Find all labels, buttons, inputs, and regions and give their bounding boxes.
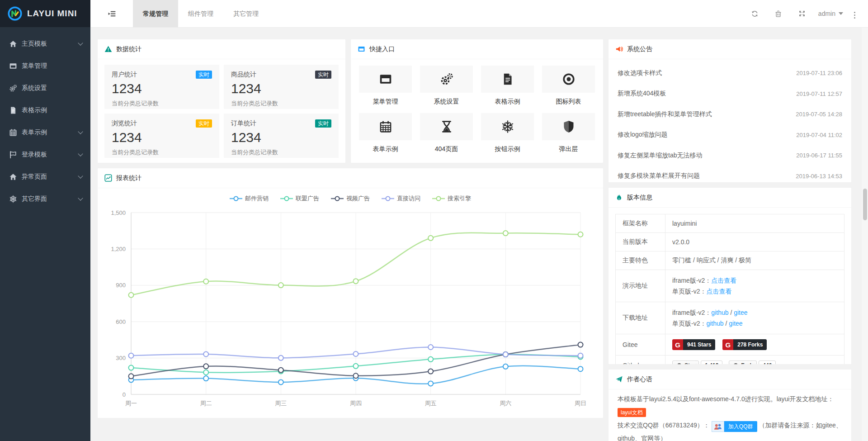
- legend-label: 直接访问: [397, 194, 420, 203]
- refresh-button[interactable]: [743, 10, 767, 18]
- sidebar-item-label: 系统设置: [22, 84, 82, 92]
- legend-item[interactable]: 直接访问: [382, 194, 420, 203]
- download-github-link[interactable]: github: [711, 309, 728, 316]
- layui-doc-link[interactable]: layui文档: [618, 408, 646, 417]
- quick-item-404-page[interactable]: 404页面: [420, 113, 473, 153]
- panel-header: 作者心语: [609, 370, 851, 389]
- data-point: [503, 364, 508, 369]
- hourglass-icon: [440, 120, 453, 133]
- link-separator: /: [729, 309, 734, 316]
- chevron-down-icon: [839, 12, 843, 15]
- gitee-forks-badge[interactable]: G 278 Forks: [722, 339, 767, 350]
- user-menu[interactable]: admin: [818, 10, 843, 17]
- github-fork-button[interactable]: Fork: [729, 360, 757, 365]
- panel-title: 系统公告: [627, 45, 652, 53]
- notice-item[interactable]: 修改选项卡样式 2019-07-11 23:06: [618, 63, 842, 84]
- quick-item-form-examples[interactable]: 表单示例: [359, 113, 412, 153]
- sidebar-item-label: 登录模板: [22, 151, 79, 159]
- download-gitee-link[interactable]: gitee: [729, 320, 742, 327]
- join-qq-group-button[interactable]: 加入QQ群: [712, 421, 757, 432]
- legend-label: 邮件营销: [245, 194, 269, 203]
- demo-spa-link[interactable]: 点击查看: [706, 288, 731, 295]
- legend-marker-icon: [331, 196, 344, 201]
- data-point: [578, 366, 583, 371]
- stat-card-users[interactable]: 用户统计 实时 1234 当前分类总记录数: [104, 65, 219, 109]
- quick-item-table-examples[interactable]: 表格示例: [481, 66, 534, 106]
- quick-item-icon-list[interactable]: 图标列表: [542, 66, 595, 106]
- line-chart-svg[interactable]: 03006009001,2001,500周一周二周三周四周五周六周日: [103, 205, 595, 418]
- sidebar-item-table-examples[interactable]: 表格示例: [0, 99, 90, 121]
- download-gitee-link[interactable]: gitee: [734, 309, 747, 316]
- clear-cache-button[interactable]: [767, 10, 790, 18]
- sidebar-item-system-settings[interactable]: 系统设置: [0, 77, 90, 99]
- collapse-sidebar-button[interactable]: [90, 0, 133, 27]
- data-point: [129, 374, 134, 379]
- tab-other-management[interactable]: 其它管理: [223, 0, 269, 27]
- panel-data-statistics: 数据统计 用户统计 实时 1234 当前分类总记录数 商品统计: [97, 39, 346, 163]
- tab-component-management[interactable]: 组件管理: [178, 0, 223, 27]
- file-text-icon: [9, 106, 17, 114]
- data-point: [428, 345, 433, 350]
- quick-item-button-examples[interactable]: 按钮示例: [481, 113, 534, 153]
- sidebar-item-label: 其它界面: [22, 195, 79, 203]
- svg-text:周五: 周五: [425, 400, 437, 407]
- row-label: 演示地址: [616, 270, 665, 302]
- vertical-scrollbar[interactable]: [862, 28, 868, 441]
- notice-time: 2019-07-11 23:06: [796, 70, 842, 76]
- github-star-button[interactable]: Star: [672, 360, 699, 365]
- download-github-link[interactable]: github: [706, 320, 723, 327]
- legend-item[interactable]: 邮件营销: [230, 194, 269, 203]
- chevron-down-icon: [78, 173, 83, 178]
- data-point: [354, 364, 359, 369]
- fullscreen-button[interactable]: [790, 10, 814, 17]
- github-star-count[interactable]: 1,419: [701, 360, 722, 365]
- notice-time: 2019-06-13 14:53: [796, 173, 842, 180]
- main-content: 数据统计 用户统计 实时 1234 当前分类总记录数 商品统计: [90, 28, 868, 441]
- notice-time: 2019-06-17 11:55: [796, 152, 842, 159]
- sidebar-item-login-templates[interactable]: 登录模板: [0, 143, 90, 166]
- sidebar-item-error-pages[interactable]: 异常页面: [0, 166, 90, 188]
- chevron-down-icon: [78, 129, 83, 134]
- gitee-stars-count: 941 Stars: [683, 339, 715, 350]
- panel-system-notice: 系统公告 修改选项卡样式 2019-07-11 23:06 新增系统404模板 …: [608, 39, 852, 183]
- gitee-stars-badge[interactable]: G 941 Stars: [672, 339, 715, 350]
- stat-card-products[interactable]: 商品统计 实时 1234 当前分类总记录数: [224, 65, 339, 109]
- quick-item-menu-management[interactable]: 菜单管理: [359, 66, 412, 106]
- app-logo-text: LAYUI MINI: [27, 9, 77, 19]
- panel-header: 快捷入口: [351, 39, 603, 59]
- svg-text:周一: 周一: [125, 400, 137, 407]
- legend-item[interactable]: 搜索引擎: [432, 194, 471, 203]
- data-point: [278, 379, 283, 384]
- app-logo[interactable]: LAYUI MINI: [0, 0, 90, 27]
- legend-item[interactable]: 视频广告: [331, 194, 370, 203]
- github-fork-count[interactable]: 440: [759, 360, 776, 365]
- scrollbar-thumb[interactable]: [863, 189, 867, 220]
- data-point: [278, 356, 283, 360]
- stat-card-views[interactable]: 浏览统计 实时 1234 当前分类总记录数: [104, 114, 219, 158]
- gitee-logo-icon: G: [722, 339, 733, 350]
- sidebar: LAYUI MINI 主页模板 菜单管理 系统设置 表格示例 表单示例 登录模板: [0, 0, 90, 441]
- sidebar-item-form-examples[interactable]: 表单示例: [0, 121, 90, 143]
- demo-iframe-link[interactable]: 点击查看: [711, 277, 736, 284]
- line-chart: 03006009001,2001,500周一周二周三周四周五周六周日: [98, 204, 603, 418]
- row-value: iframe版-v2：点击查看 单页版-v2：点击查看: [665, 270, 844, 302]
- notice-item[interactable]: 修改logo缩放问题 2019-07-04 11:02: [618, 125, 842, 146]
- notice-item[interactable]: 新增treetable插件和菜单管理样式 2019-07-05 14:28: [618, 104, 842, 125]
- quick-item-system-settings[interactable]: 系统设置: [420, 66, 473, 106]
- notice-item[interactable]: 新增系统404模板 2019-07-11 12:57: [618, 84, 842, 104]
- sidebar-item-other-pages[interactable]: 其它界面: [0, 188, 90, 210]
- notice-item[interactable]: 修复多模块菜单栏展开有问题 2019-06-13 14:53: [618, 166, 842, 183]
- row-label: Github: [616, 356, 665, 365]
- file-text-icon: [501, 72, 514, 86]
- more-menu-button[interactable]: [849, 10, 860, 17]
- header-actions: admin: [743, 0, 868, 27]
- home-icon: [9, 40, 17, 48]
- quick-item-popup-layer[interactable]: 弹出层: [542, 113, 595, 153]
- stat-card-orders[interactable]: 订单统计 实时 1234 当前分类总记录数: [224, 114, 339, 158]
- notice-text: 新增treetable插件和菜单管理样式: [618, 110, 712, 119]
- sidebar-item-home-template[interactable]: 主页模板: [0, 33, 90, 55]
- sidebar-item-menu-management[interactable]: 菜单管理: [0, 55, 90, 77]
- legend-item[interactable]: 联盟广告: [280, 194, 319, 203]
- notice-item[interactable]: 修复左侧菜单缩放tab无法移动 2019-06-17 11:55: [618, 145, 842, 166]
- tab-general-management[interactable]: 常规管理: [133, 0, 178, 27]
